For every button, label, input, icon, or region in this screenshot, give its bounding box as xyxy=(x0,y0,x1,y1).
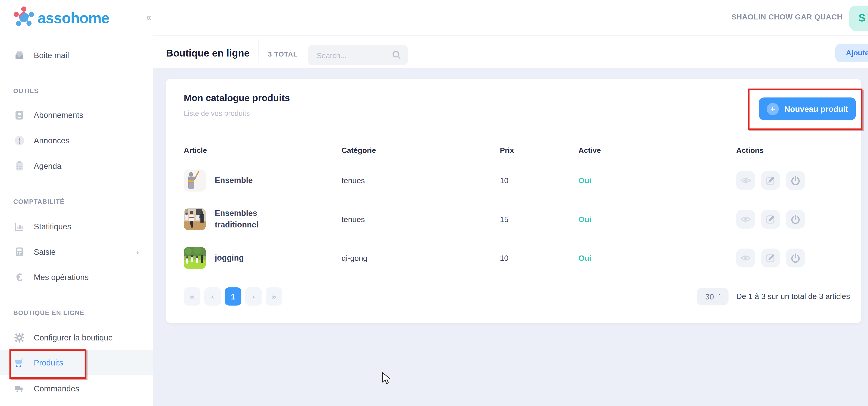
sidebar-item-label: Mes opérations xyxy=(34,273,89,282)
product-category: qi-gong xyxy=(342,254,368,262)
sidebar-item-label: Agenda xyxy=(34,162,62,170)
sidebar-item-label: Commandes xyxy=(34,384,79,393)
total-count-badge: 3 TOTAL xyxy=(268,51,298,58)
gear-icon xyxy=(13,332,26,344)
pagination-page-1[interactable]: 1 xyxy=(225,287,241,306)
sidebar-item-boite-mail[interactable]: Boite mail xyxy=(0,42,153,68)
column-header-prix: Prix xyxy=(500,146,514,154)
add-button[interactable]: Ajouter xyxy=(835,44,868,62)
new-product-button[interactable]: + Nouveau produit xyxy=(759,97,856,120)
product-image-ensemble xyxy=(184,169,206,191)
table-row: Ensemble tenues 10 Oui xyxy=(166,161,861,200)
pagination-next-button[interactable] xyxy=(245,287,262,306)
chevron-down-icon: ˆ xyxy=(718,293,720,300)
sidebar-item-label: Annonces xyxy=(34,136,69,145)
column-header-categorie: Catégorie xyxy=(342,146,376,154)
row-actions xyxy=(736,210,805,228)
page-size-select[interactable]: 30 ˆ xyxy=(697,288,728,305)
sidebar-item-abonnements[interactable]: Abonnements xyxy=(0,102,153,128)
sidebar-item-label: Configurer la boutique xyxy=(34,333,113,342)
app-window: assohome « Boite mail OUTILS Abonnements… xyxy=(0,0,868,406)
table-row: Ensembles traditionnel tenues 15 Oui xyxy=(166,200,861,239)
page-title: Boutique en ligne xyxy=(166,48,250,59)
sidebar-section-boutique: BOUTIQUE EN LIGNE xyxy=(13,309,84,316)
view-button[interactable] xyxy=(736,210,755,228)
alert-circle-icon xyxy=(13,134,26,147)
row-actions xyxy=(736,249,805,267)
view-button[interactable] xyxy=(736,171,755,190)
inbox-icon xyxy=(13,49,26,62)
sidebar-item-mes-operations[interactable]: € Mes opérations xyxy=(0,265,153,290)
products-card: Mon catalogue produits Liste de vos prod… xyxy=(166,79,861,323)
brand-logo[interactable]: assohome xyxy=(11,4,109,32)
sidebar-item-label: Saisie xyxy=(34,247,56,256)
avatar[interactable]: S xyxy=(849,5,868,31)
column-header-active: Active xyxy=(579,146,601,154)
product-price: 15 xyxy=(500,215,508,223)
sidebar-item-label: Boite mail xyxy=(34,51,69,60)
product-name[interactable]: jogging xyxy=(215,252,273,264)
sidebar: assohome « Boite mail OUTILS Abonnements… xyxy=(0,0,153,406)
bar-chart-icon xyxy=(13,220,26,232)
pagination-last-button[interactable] xyxy=(266,287,282,306)
sidebar-item-commandes[interactable]: Commandes xyxy=(0,376,153,401)
top-header: SHAOLIN CHOW GAR QUACH S Boutique en lig… xyxy=(153,0,868,68)
calculator-icon xyxy=(13,246,26,258)
clipboard-icon xyxy=(13,160,26,172)
sidebar-item-produits[interactable]: Produits xyxy=(0,350,153,375)
column-header-article: Article xyxy=(184,146,207,154)
sidebar-item-label: Abonnements xyxy=(34,111,83,120)
user-name[interactable]: SHAOLIN CHOW GAR QUACH xyxy=(731,13,842,21)
chevron-right-icon: › xyxy=(137,248,139,256)
sidebar-section-comptabilite: COMPTABILITÉ xyxy=(13,198,64,205)
new-product-label: Nouveau produit xyxy=(784,104,848,113)
search-icon[interactable] xyxy=(392,50,401,62)
sidebar-item-statitiques[interactable]: Statitiques xyxy=(0,214,153,239)
plus-icon: + xyxy=(767,103,779,115)
edit-button[interactable] xyxy=(761,249,780,267)
search-input[interactable] xyxy=(315,45,390,66)
sidebar-section-outils: OUTILS xyxy=(13,88,38,94)
column-header-actions: Actions xyxy=(736,146,764,154)
pagination: 1 xyxy=(184,287,282,306)
sidebar-item-configurer-la-boutique[interactable]: Configurer la boutique xyxy=(0,325,153,350)
card-title: Mon catalogue produits xyxy=(184,93,290,104)
cart-icon xyxy=(13,356,26,369)
sidebar-item-annonces[interactable]: Annonces xyxy=(0,128,153,153)
truck-icon xyxy=(13,383,26,395)
power-button[interactable] xyxy=(786,249,805,267)
product-price: 10 xyxy=(500,254,508,262)
sidebar-collapse-icon[interactable]: « xyxy=(146,12,151,23)
product-image-jogging xyxy=(184,247,206,269)
product-name[interactable]: Ensembles traditionnel xyxy=(215,208,273,231)
title-divider xyxy=(258,39,258,63)
id-card-icon xyxy=(13,109,26,121)
product-name[interactable]: Ensemble xyxy=(215,175,273,186)
edit-button[interactable] xyxy=(761,171,780,190)
view-button[interactable] xyxy=(736,249,755,267)
brand-name: assohome xyxy=(38,10,110,27)
header-divider xyxy=(153,35,868,36)
product-image-ensembles-traditionnel xyxy=(184,208,206,230)
product-active: Oui xyxy=(579,176,591,185)
sidebar-item-agenda[interactable]: Agenda xyxy=(0,153,153,179)
table-row: jogging qi-gong 10 Oui xyxy=(166,239,861,277)
edit-button[interactable] xyxy=(761,210,780,228)
power-button[interactable] xyxy=(786,210,805,228)
row-actions xyxy=(736,171,805,190)
euro-icon: € xyxy=(13,271,26,283)
sidebar-item-label: Statitiques xyxy=(34,222,71,231)
product-price: 10 xyxy=(500,176,508,185)
card-subtitle: Liste de vos produits xyxy=(184,109,250,118)
assohome-logo-icon xyxy=(11,4,37,32)
pagination-prev-button[interactable] xyxy=(204,287,221,306)
mouse-cursor xyxy=(382,372,392,387)
pagination-summary: De 1 à 3 sur un total de 3 articles xyxy=(736,292,850,301)
power-button[interactable] xyxy=(786,171,805,190)
sidebar-item-label: Produits xyxy=(34,358,63,367)
product-category: tenues xyxy=(342,215,365,223)
sidebar-item-saisie[interactable]: Saisie › xyxy=(0,239,153,265)
product-active: Oui xyxy=(579,254,591,262)
pagination-first-button[interactable] xyxy=(184,287,200,306)
product-category: tenues xyxy=(342,176,365,185)
